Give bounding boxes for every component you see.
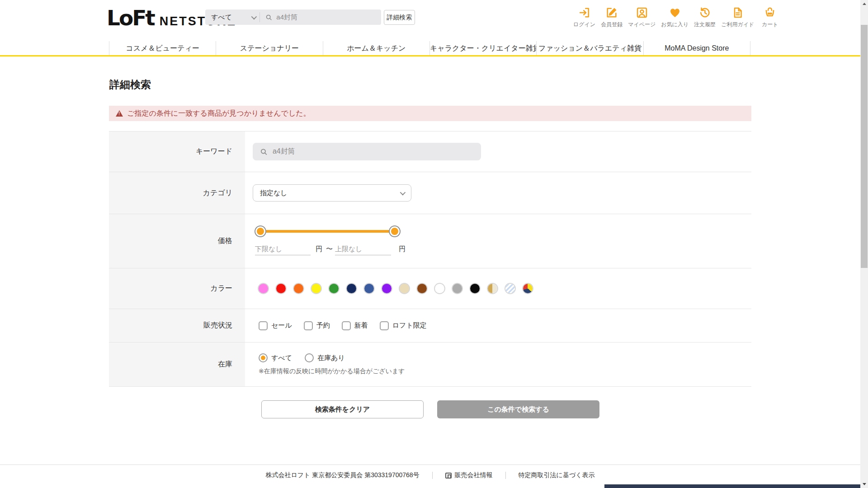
color-swatch-brown[interactable] — [417, 284, 427, 293]
storefront-icon — [445, 473, 452, 479]
footer-link-commerce-law[interactable]: 特定商取引法に基づく表示 — [519, 471, 595, 479]
checkbox-loft-exclusive[interactable]: ロフト限定 — [380, 321, 427, 330]
heart-icon — [669, 5, 681, 20]
price-min-input[interactable] — [255, 243, 311, 255]
vertical-scrollbar[interactable] — [860, 0, 868, 488]
nav-item-fashion[interactable]: ファッション＆バラエティ雑貨 — [536, 41, 643, 55]
sale-status-label: 販売状況 — [109, 309, 245, 342]
category-label: カテゴリ — [109, 172, 245, 214]
price-content: 円 〜 円 — [245, 214, 751, 268]
keyword-label: キーワード — [109, 131, 245, 172]
price-slider-max-handle[interactable] — [390, 226, 400, 236]
advanced-search-button[interactable]: 詳細検索 — [384, 10, 415, 25]
search-icon — [260, 148, 268, 156]
checkbox-label: セール — [271, 321, 292, 330]
color-swatch-blue[interactable] — [364, 284, 374, 293]
nav-underline — [0, 55, 860, 56]
checkbox-new[interactable]: 新着 — [342, 321, 368, 330]
utility-label: ログイン — [573, 21, 595, 28]
color-swatch-yellow[interactable] — [311, 284, 321, 293]
footer-separator — [505, 472, 506, 479]
footer-separator — [432, 472, 433, 479]
checkbox-box[interactable] — [259, 321, 268, 330]
utility-favorites[interactable]: お気に入り — [661, 5, 689, 28]
checkbox-box[interactable] — [304, 321, 313, 330]
color-swatch-red[interactable] — [276, 284, 286, 293]
nav-item-cosme[interactable]: コスメ＆ビューティー — [109, 41, 216, 55]
search-field — [260, 14, 381, 21]
nav-item-home-kitchen[interactable]: ホーム＆キッチン — [323, 41, 429, 55]
color-swatch-gray[interactable] — [453, 284, 462, 293]
utility-label: ご利用ガイド — [721, 21, 754, 28]
sale-status-row: 販売状況 セール 予約 新着 ロフト限定 — [109, 309, 751, 342]
color-swatch-green[interactable] — [329, 284, 339, 293]
keyword-row: キーワード — [109, 131, 751, 172]
utility-cart[interactable]: カート — [760, 5, 780, 28]
color-swatch-black[interactable] — [470, 284, 480, 293]
login-icon — [578, 5, 591, 20]
chevron-down-icon — [400, 189, 406, 195]
color-swatch-pink[interactable] — [259, 284, 268, 293]
checkbox-label: 新着 — [354, 321, 368, 330]
chevron-down-icon — [251, 14, 257, 19]
category-row: カテゴリ 指定なし — [109, 172, 751, 214]
checkbox-sale[interactable]: セール — [259, 321, 292, 330]
utility-guide[interactable]: ご利用ガイド — [721, 5, 754, 28]
color-swatch-purple[interactable] — [382, 284, 392, 293]
page-title: 詳細検索 — [109, 78, 151, 92]
order-history-icon — [698, 5, 711, 20]
loft-logo-mark: LoFt — [107, 7, 154, 28]
nav-item-stationery[interactable]: ステーショナリー — [216, 41, 322, 55]
utility-label: 会員登録 — [601, 21, 623, 28]
category-select[interactable]: 指定なし — [253, 184, 411, 202]
category-select-value: 指定なし — [260, 189, 288, 197]
utility-history[interactable]: 注文履歴 — [694, 5, 716, 28]
radio-in-stock[interactable]: 在庫あり — [305, 353, 345, 362]
triangle-up-icon — [863, 3, 866, 5]
color-swatch-white[interactable] — [435, 284, 444, 293]
stock-row: 在庫 すべて 在庫あり ※在庫情報の反映に時間がかかる場合がございます — [109, 342, 751, 387]
scrollbar-thumb[interactable] — [861, 25, 868, 268]
radio-button[interactable] — [305, 353, 314, 362]
nav-item-character[interactable]: キャラクター・クリエイター雑貨 — [429, 41, 536, 55]
header-search-input[interactable] — [276, 14, 376, 21]
color-swatch-clear[interactable] — [505, 284, 515, 293]
keyword-input[interactable] — [273, 148, 474, 156]
keyword-input-wrap — [253, 143, 481, 160]
search-category-select[interactable]: すべて — [205, 9, 259, 25]
price-unit-max: 円 — [399, 245, 406, 253]
radio-all[interactable]: すべて — [259, 353, 292, 362]
price-slider-min-handle[interactable] — [255, 226, 265, 236]
main-nav: コスメ＆ビューティー ステーショナリー ホーム＆キッチン キャラクター・クリエイ… — [109, 41, 750, 55]
color-swatch-navy[interactable] — [347, 284, 356, 293]
price-unit-min: 円 — [316, 245, 322, 253]
footer-link-company-info[interactable]: 販売会社情報 — [445, 471, 493, 479]
color-swatch-multicolor[interactable] — [523, 284, 533, 293]
utility-login[interactable]: ログイン — [573, 5, 595, 28]
header-search-bar: すべて — [205, 9, 381, 25]
nav-item-moma[interactable]: MoMA Design Store — [643, 41, 750, 55]
search-with-conditions-button[interactable]: この条件で検索する — [437, 400, 599, 418]
utility-mypage[interactable]: マイページ — [628, 5, 656, 28]
color-swatch-orange[interactable] — [294, 284, 303, 293]
scrollbar-down-arrow[interactable] — [860, 480, 868, 488]
price-max-input[interactable] — [335, 243, 391, 255]
checkbox-label: 予約 — [316, 321, 330, 330]
utility-label: お気に入り — [661, 21, 689, 28]
radio-button-selected[interactable] — [259, 353, 268, 362]
checkbox-box[interactable] — [342, 321, 351, 330]
color-swatch-gold[interactable] — [488, 284, 497, 293]
utility-label: カート — [762, 21, 778, 28]
no-results-alert: ご指定の条件に一致する商品が見つかりませんでした。 — [109, 106, 751, 121]
checkbox-reservation[interactable]: 予約 — [304, 321, 330, 330]
footer-company-text: 株式会社ロフト 東京都公安委員会 第303319700768号 — [265, 471, 419, 479]
clear-conditions-button[interactable]: 検索条件をクリア — [261, 400, 424, 418]
price-slider-track[interactable] — [260, 230, 395, 233]
warning-icon — [116, 110, 123, 117]
scrollbar-up-arrow[interactable] — [860, 0, 868, 8]
utility-register[interactable]: 会員登録 — [601, 5, 623, 28]
color-row: カラー — [109, 268, 751, 309]
search-category-value: すべて — [211, 13, 232, 22]
color-swatch-beige[interactable] — [400, 284, 409, 293]
checkbox-box[interactable] — [380, 321, 389, 330]
